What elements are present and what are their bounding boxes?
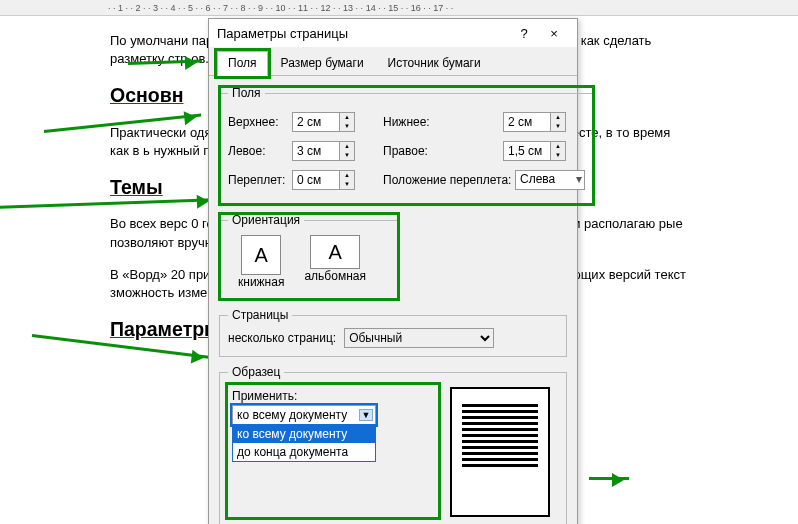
landscape-icon: A (310, 235, 360, 269)
portrait-icon: A (241, 235, 281, 275)
top-margin-input[interactable] (292, 112, 340, 132)
annotation-arrow (589, 477, 629, 480)
dialog-title: Параметры страницы (217, 26, 509, 41)
page-preview (450, 387, 550, 517)
page-setup-dialog: Параметры страницы ? × Поля Размер бумаг… (208, 18, 578, 524)
bottom-margin-input[interactable] (503, 112, 551, 132)
margins-group: Поля Верхнее: ▲▼ Нижнее: ▲▼ Левое: ▲▼ Пр… (219, 86, 594, 205)
ruler: · · 1 · · 2 · · 3 · · 4 · · 5 · · 6 · · … (0, 0, 798, 16)
top-margin-label: Верхнее: (228, 115, 292, 129)
gutter-label: Переплет: (228, 173, 292, 187)
tab-strip: Поля Размер бумаги Источник бумаги (209, 47, 577, 76)
chevron-down-icon: ▼ (359, 409, 373, 421)
margins-legend: Поля (228, 86, 265, 100)
right-margin-label: Правое: (383, 144, 503, 158)
titlebar[interactable]: Параметры страницы ? × (209, 19, 577, 47)
gutter-position-label: Положение переплета: (383, 173, 515, 187)
spinner-icon[interactable]: ▲▼ (340, 170, 355, 190)
apply-option-whole[interactable]: ко всему документу (233, 425, 375, 443)
help-button[interactable]: ? (509, 26, 539, 41)
portrait-label: книжная (238, 275, 284, 289)
gutter-position-select[interactable]: Слева (515, 170, 585, 190)
sample-legend: Образец (228, 365, 284, 379)
close-button[interactable]: × (539, 26, 569, 41)
gutter-input[interactable] (292, 170, 340, 190)
spinner-icon[interactable]: ▲▼ (340, 112, 355, 132)
spinner-icon[interactable]: ▲▼ (340, 141, 355, 161)
bottom-margin-label: Нижнее: (383, 115, 503, 129)
apply-to-select[interactable]: ко всему документу ▼ (232, 405, 376, 425)
apply-to-label: Применить: (232, 389, 434, 403)
multiple-pages-select[interactable]: Обычный (344, 328, 494, 348)
sample-group: Образец Применить: ко всему документу ▼ … (219, 365, 567, 524)
orientation-group: Ориентация A книжная A альбомная (219, 213, 399, 300)
right-margin-input[interactable] (503, 141, 551, 161)
spinner-icon[interactable]: ▲▼ (551, 141, 566, 161)
orientation-portrait[interactable]: A книжная (238, 235, 284, 289)
apply-to-dropdown[interactable]: ко всему документу до конца документа (232, 424, 376, 462)
pages-group: Страницы несколько страниц: Обычный (219, 308, 567, 357)
tab-margins[interactable]: Поля (217, 51, 268, 76)
orientation-legend: Ориентация (228, 213, 304, 227)
left-margin-label: Левое: (228, 144, 292, 158)
left-margin-input[interactable] (292, 141, 340, 161)
spinner-icon[interactable]: ▲▼ (551, 112, 566, 132)
landscape-label: альбомная (304, 269, 366, 283)
multiple-pages-label: несколько страниц: (228, 331, 336, 345)
apply-option-forward[interactable]: до конца документа (233, 443, 375, 461)
pages-legend: Страницы (228, 308, 292, 322)
tab-paper-source[interactable]: Источник бумаги (377, 51, 492, 75)
orientation-landscape[interactable]: A альбомная (304, 235, 366, 289)
tab-paper-size[interactable]: Размер бумаги (270, 51, 375, 75)
